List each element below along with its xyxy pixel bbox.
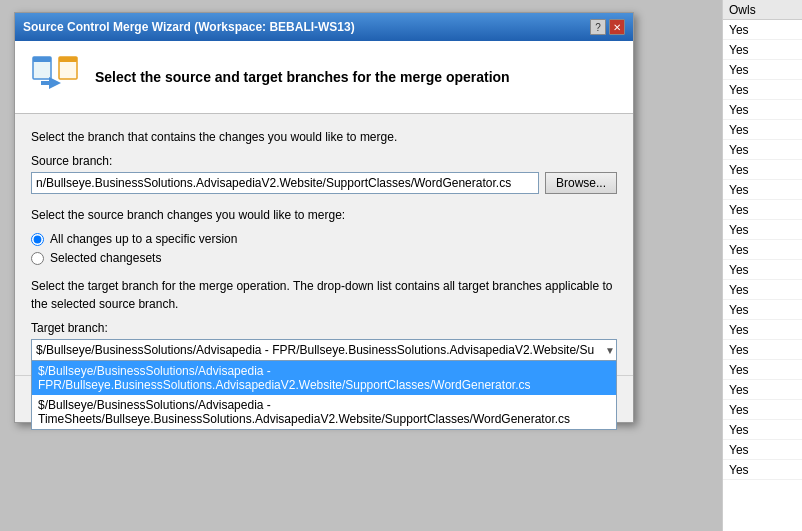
source-branch-input[interactable]	[31, 172, 539, 194]
svg-rect-5	[41, 81, 51, 85]
source-branch-row: Browse...	[31, 172, 617, 194]
target-branch-input[interactable]	[31, 339, 617, 361]
help-button[interactable]: ?	[590, 19, 606, 35]
bg-list-item: Yes	[723, 320, 802, 340]
svg-rect-3	[59, 57, 77, 62]
bg-list-item: Yes	[723, 240, 802, 260]
dialog-header-text: Select the source and target branches fo…	[95, 69, 510, 85]
bg-list-item: Yes	[723, 340, 802, 360]
dropdown-item-fpr[interactable]: $/Bullseye/BusinessSolutions/Advisapedia…	[32, 361, 616, 395]
bg-list-item: Yes	[723, 400, 802, 420]
radio-label-selected-changesets: Selected changesets	[50, 251, 161, 265]
bg-list-item: Yes	[723, 180, 802, 200]
description1: Select the branch that contains the chan…	[31, 128, 617, 146]
dialog-header: Select the source and target branches fo…	[15, 41, 633, 114]
source-branch-label: Source branch:	[31, 154, 617, 168]
bg-list-item: Yes	[723, 40, 802, 60]
bg-list-item: Yes	[723, 460, 802, 480]
source-changes-label: Select the source branch changes you wou…	[31, 206, 617, 224]
bg-list-item: Yes	[723, 440, 802, 460]
bg-list-item: Yes	[723, 300, 802, 320]
radio-group: All changes up to a specific version Sel…	[31, 232, 617, 265]
merge-wizard-dialog: Source Control Merge Wizard (Workspace: …	[14, 12, 634, 423]
bg-list-item: Yes	[723, 80, 802, 100]
radio-label-all-changes: All changes up to a specific version	[50, 232, 237, 246]
bg-header: Owls	[723, 0, 802, 20]
bg-list-item: Yes	[723, 360, 802, 380]
titlebar-buttons: ? ✕	[590, 19, 625, 35]
bg-list-item: Yes	[723, 260, 802, 280]
browse-button[interactable]: Browse...	[545, 172, 617, 194]
svg-rect-1	[33, 57, 51, 62]
bg-list-item: Yes	[723, 100, 802, 120]
bg-list-item: Yes	[723, 160, 802, 180]
dropdown-item-timesheets[interactable]: $/Bullseye/BusinessSolutions/Advisapedia…	[32, 395, 616, 429]
dialog-titlebar: Source Control Merge Wizard (Workspace: …	[15, 13, 633, 41]
merge-icon	[31, 53, 79, 101]
radio-all-changes[interactable]	[31, 233, 44, 246]
bg-list-item: Yes	[723, 220, 802, 240]
target-description: Select the target branch for the merge o…	[31, 277, 617, 313]
dialog-title: Source Control Merge Wizard (Workspace: …	[23, 20, 355, 34]
target-branch-label: Target branch:	[31, 321, 617, 335]
target-section: ▼ $/Bullseye/BusinessSolutions/Advisaped…	[31, 339, 617, 361]
bg-list-item: Yes	[723, 140, 802, 160]
bg-list-item: Yes	[723, 420, 802, 440]
radio-selected-changesets[interactable]	[31, 252, 44, 265]
radio-option-selected-changesets[interactable]: Selected changesets	[31, 251, 617, 265]
bg-list-item: Yes	[723, 200, 802, 220]
dialog-body: Select the branch that contains the chan…	[15, 114, 633, 375]
bg-list-item: Yes	[723, 20, 802, 40]
background-list: Owls Yes Yes Yes Yes Yes Yes Yes Yes Yes…	[722, 0, 802, 531]
bg-list-item: Yes	[723, 60, 802, 80]
bg-list-item: Yes	[723, 120, 802, 140]
bg-list-item: Yes	[723, 280, 802, 300]
target-branch-dropdown-list: $/Bullseye/BusinessSolutions/Advisapedia…	[31, 361, 617, 430]
close-button[interactable]: ✕	[609, 19, 625, 35]
bg-list-item: Yes	[723, 380, 802, 400]
radio-option-all-changes[interactable]: All changes up to a specific version	[31, 232, 617, 246]
target-branch-dropdown-wrapper: ▼	[31, 339, 617, 361]
